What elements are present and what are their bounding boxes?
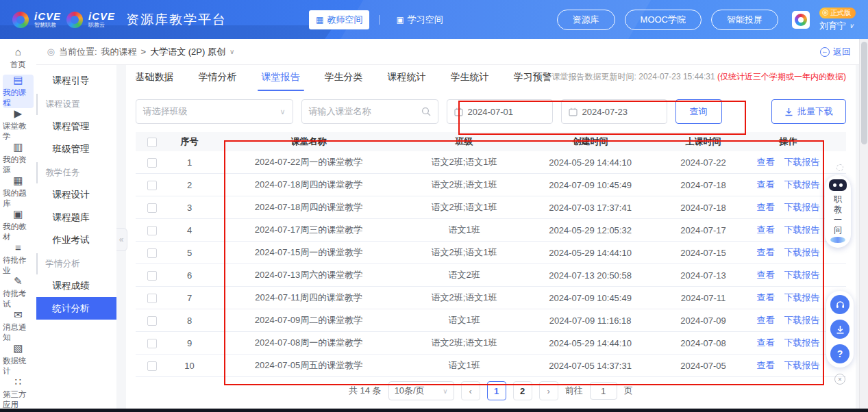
class-time: 2024-07-18 (659, 180, 748, 190)
tab-课堂报告[interactable]: 课堂报告 (262, 71, 300, 91)
sidebar-item-label: 数据统计 (3, 356, 34, 376)
view-link[interactable]: 查看 (757, 315, 775, 325)
row-checkbox[interactable] (147, 361, 157, 371)
row-checkbox[interactable] (147, 339, 157, 348)
row-checkbox[interactable] (147, 271, 157, 281)
tab-基础数据[interactable]: 基础数据 (136, 71, 174, 91)
learning-space-button[interactable]: ▣ 学习空间 (389, 10, 449, 29)
class-names: 语文2班;语文1班 (407, 156, 522, 168)
view-link[interactable]: 查看 (757, 157, 775, 167)
classroom-name: 2024-07-22周一的课堂教学 (211, 156, 407, 168)
view-link[interactable]: 查看 (757, 224, 775, 235)
sidebar-item-my-courses[interactable]: ▤我的课程 (3, 75, 34, 108)
search-button[interactable]: 查询 (675, 99, 722, 124)
user-menu[interactable]: 刘育宁 ∨ (819, 20, 854, 32)
download-report-link[interactable]: 下载报告 (784, 247, 820, 257)
batch-download-button[interactable]: 批量下载 (771, 99, 846, 124)
tab-学生统计[interactable]: 学生统计 (451, 71, 489, 91)
actions-cell: 查看下载报告 (748, 201, 829, 214)
scrollbar-track[interactable] (859, 39, 868, 409)
row-checkbox[interactable] (147, 181, 157, 190)
row-checkbox[interactable] (147, 158, 157, 168)
tab-课程统计[interactable]: 课程统计 (388, 71, 426, 91)
page-button-1[interactable]: 1 (487, 381, 506, 400)
sidebar-item-label: 课堂教学 (3, 121, 34, 142)
help-button[interactable]: ? (830, 344, 850, 363)
close-floating-button[interactable]: × (834, 374, 845, 385)
row-checkbox[interactable] (147, 248, 157, 258)
update-time-text: 课堂报告数据更新时间: 2024-07-23 15:44:31 (552, 72, 717, 81)
class-select[interactable]: 请选择班级 ∨ (136, 99, 293, 124)
view-link[interactable]: 查看 (757, 202, 775, 212)
submenu-item[interactable]: 课程题库 (36, 206, 116, 229)
assistant-widget[interactable]: 职教一问 (825, 175, 851, 248)
page-button-2[interactable]: 2 (513, 381, 532, 400)
download-report-link[interactable]: 下载报告 (784, 179, 820, 190)
view-link[interactable]: 查看 (757, 247, 775, 257)
sidebar-item-question-bank[interactable]: ▦我的题库 (3, 175, 34, 209)
goto-page-input[interactable]: 1 (590, 382, 617, 400)
view-link[interactable]: 查看 (757, 292, 775, 302)
date-start-input[interactable]: 2024-07-01 (447, 99, 553, 124)
breadcrumb-label: 当前位置: (59, 46, 97, 58)
download-report-link[interactable]: 下载报告 (784, 315, 820, 325)
next-page-button[interactable]: › (539, 381, 558, 400)
submenu-item[interactable]: 课程成绩 (36, 274, 116, 297)
submenu-item[interactable]: 作业考试 (36, 229, 116, 251)
download-report-link[interactable]: 下载报告 (784, 292, 820, 302)
submenu-item[interactable]: 班级管理 (36, 138, 116, 160)
per-page-select[interactable]: 10条/页 ∨ (388, 381, 454, 400)
teacher-space-button[interactable]: ▦ 教师空间 (309, 10, 369, 29)
sidebar-item-my-resources[interactable]: ▥我的资源 (3, 142, 34, 175)
scrollbar-thumb[interactable] (861, 42, 867, 144)
sidebar-item-home[interactable]: ⌂首页 (3, 41, 34, 75)
icve-zhihuizhijiao-logo-icon (12, 12, 29, 28)
download-report-link[interactable]: 下载报告 (784, 337, 820, 348)
table-row: 52024-07-15周一的课堂教学语文2班;语文1班2024-05-29 14… (136, 242, 846, 264)
row-checkbox[interactable] (147, 203, 157, 213)
download-report-link[interactable]: 下载报告 (784, 202, 820, 212)
submenu-item[interactable]: 课程管理 (36, 115, 116, 138)
breadcrumb-chevron-down-icon[interactable]: ∨ (230, 48, 234, 55)
submenu-item[interactable]: 统计分析 (36, 297, 116, 320)
collapse-sidebar-button[interactable]: « (116, 228, 127, 251)
sidebar-item-classroom-teaching[interactable]: ▶课堂教学 (3, 108, 34, 142)
customer-service-button[interactable] (830, 295, 850, 314)
row-checkbox[interactable] (147, 316, 157, 326)
sidebar-item-third-party-apps[interactable]: ∷第三方应用 (3, 376, 34, 410)
class-names: 语文2班;语文1班 (407, 337, 522, 349)
row-checkbox[interactable] (147, 226, 157, 235)
submenu-item[interactable]: 课程设计 (36, 183, 116, 206)
sidebar-item-message[interactable]: ✉消息通知 (3, 309, 34, 343)
submenu-item[interactable]: 课程引导 (36, 69, 116, 92)
view-link[interactable]: 查看 (757, 270, 775, 280)
mooc-academy-button[interactable]: MOOC学院 (625, 10, 702, 30)
breadcrumb-parent-link[interactable]: 我的课程 (101, 46, 137, 58)
classroom-name-input[interactable]: 请输入课堂名称 (301, 99, 438, 124)
download-center-button[interactable] (830, 320, 850, 339)
sidebar-item-pending-exam[interactable]: ✎待批考试 (3, 276, 34, 309)
tab-学习预警[interactable]: 学习预警 (514, 71, 552, 91)
classroom-name: 2024-07-11周四的课堂教学 (211, 292, 407, 304)
row-checkbox-cell (136, 270, 169, 281)
download-report-link[interactable]: 下载报告 (784, 270, 820, 280)
date-end-input[interactable]: 2024-07-23 (561, 99, 667, 124)
download-report-link[interactable]: 下载报告 (784, 224, 820, 235)
download-report-link[interactable]: 下载报告 (784, 157, 820, 167)
tab-学生分类[interactable]: 学生分类 (325, 71, 363, 91)
resource-library-button[interactable]: 资源库 (557, 10, 615, 30)
sidebar-item-data-stats[interactable]: ▧数据统计 (3, 343, 34, 376)
sidebar-item-pending-homework[interactable]: ≡待批作业 (3, 242, 34, 276)
row-checkbox[interactable] (147, 294, 157, 303)
view-link[interactable]: 查看 (757, 360, 775, 370)
download-report-link[interactable]: 下载报告 (784, 360, 820, 370)
sidebar-item-textbook[interactable]: ▣我的教材 (3, 209, 34, 242)
view-link[interactable]: 查看 (757, 337, 775, 348)
tab-学情分析[interactable]: 学情分析 (199, 71, 237, 91)
prev-page-button[interactable]: ‹ (461, 381, 480, 400)
select-all-checkbox[interactable] (147, 138, 157, 147)
mini-logo-button[interactable] (792, 11, 810, 29)
back-button[interactable]: ← 返回 (820, 46, 851, 58)
view-link[interactable]: 查看 (757, 179, 775, 190)
smart-screencast-button[interactable]: 智能投屏 (711, 10, 778, 30)
